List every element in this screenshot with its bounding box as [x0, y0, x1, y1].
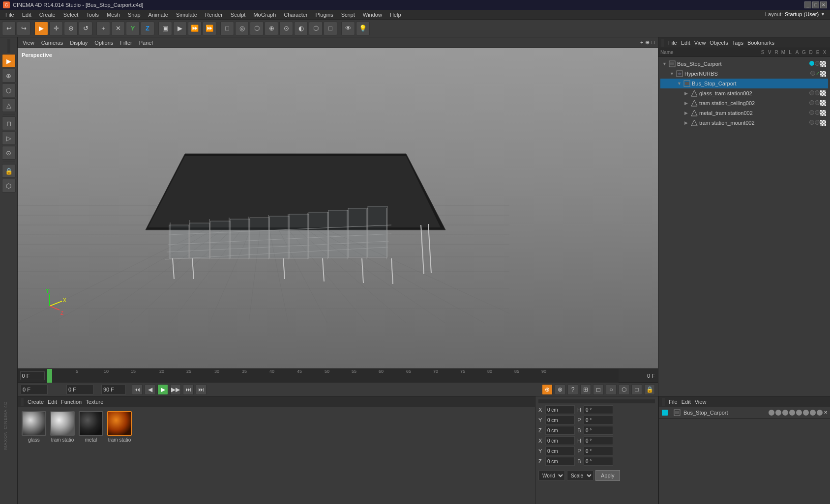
- attr-panel-handle[interactable]: [662, 398, 665, 406]
- obj-menu-view[interactable]: View: [694, 40, 706, 46]
- material-glass[interactable]: glass: [22, 411, 46, 443]
- timeline-btn3[interactable]: ○: [606, 384, 617, 395]
- menu-file[interactable]: File: [2, 11, 18, 19]
- vp-menu-panel[interactable]: Panel: [137, 39, 155, 47]
- tree-expand-root[interactable]: ▼: [662, 61, 667, 66]
- timeline-frame-input[interactable]: [20, 371, 45, 380]
- scale-select[interactable]: Scale: [567, 471, 593, 480]
- attr-menu-edit[interactable]: Edit: [682, 399, 691, 405]
- tool-edge[interactable]: ⬡: [2, 84, 16, 97]
- timeline-btn2[interactable]: ◻: [593, 384, 604, 395]
- menu-character[interactable]: Character: [280, 11, 311, 19]
- coord-sy-input[interactable]: [545, 447, 575, 455]
- vp-menu-options[interactable]: Options: [92, 39, 115, 47]
- help-button[interactable]: ?: [567, 384, 578, 395]
- coord-sb-input[interactable]: [584, 457, 613, 466]
- world-select[interactable]: World: [538, 471, 565, 480]
- render-region-button[interactable]: ⏩: [203, 22, 216, 35]
- viewport[interactable]: View Cameras Display Options Filter Pane…: [18, 37, 658, 368]
- coord-sp-input[interactable]: [584, 447, 613, 455]
- coord-p-input[interactable]: [584, 416, 613, 424]
- mat-menu-function[interactable]: Function: [61, 399, 82, 405]
- timeline-ruler[interactable]: 0 5 10 15 20 25 30 35 40 45 50 55 60 65 …: [47, 369, 619, 383]
- vp-menu-view[interactable]: View: [21, 39, 36, 47]
- menu-sculpt[interactable]: Sculpt: [227, 11, 249, 19]
- menu-help[interactable]: Help: [386, 11, 405, 19]
- material-metal[interactable]: metal: [79, 411, 103, 443]
- lamp-button[interactable]: 💡: [356, 22, 370, 35]
- menu-plugins[interactable]: Plugins: [312, 11, 337, 19]
- tree-expand-glass[interactable]: ▶: [684, 91, 689, 96]
- coord-sz-input[interactable]: [545, 457, 575, 466]
- binocular-button[interactable]: 👁: [341, 22, 355, 35]
- goto-end-button[interactable]: ⏭: [183, 384, 194, 395]
- materials-panel-handle[interactable]: [21, 398, 24, 406]
- render-button[interactable]: ▶: [173, 22, 187, 35]
- playback-frame-input[interactable]: [21, 385, 48, 394]
- effector-button[interactable]: □: [324, 22, 337, 35]
- panel-drag-handle[interactable]: [7, 39, 10, 53]
- right-panel-handle[interactable]: [661, 39, 664, 47]
- timeline-btn6[interactable]: 🔒: [644, 384, 655, 395]
- tool-scale[interactable]: ⊙: [2, 146, 16, 160]
- mat-menu-create[interactable]: Create: [28, 399, 44, 405]
- coord-h-input[interactable]: [584, 405, 613, 414]
- mat-menu-texture[interactable]: Texture: [86, 399, 103, 405]
- rotate-tool-button[interactable]: ↺: [79, 22, 92, 35]
- next-frame-button[interactable]: ▶▶: [170, 384, 181, 395]
- timeline[interactable]: 0 5 10 15 20 25 30 35 40 45 50 55 60 65 …: [18, 368, 658, 382]
- tree-item-mount[interactable]: ▶ tram station_mount002: [660, 118, 828, 128]
- tool-lock[interactable]: 🔒: [2, 164, 16, 178]
- close-button[interactable]: ✕: [820, 1, 827, 8]
- select-tool-button[interactable]: ▶: [34, 22, 48, 35]
- tree-expand-mount[interactable]: ▶: [684, 120, 689, 125]
- vp-menu-filter[interactable]: Filter: [118, 39, 134, 47]
- vp-icon-zoom[interactable]: +: [640, 39, 643, 46]
- array-button[interactable]: ◐: [294, 22, 308, 35]
- camera-button[interactable]: ⊙: [279, 22, 293, 35]
- cube-button[interactable]: □: [220, 22, 234, 35]
- vp-icon-fit[interactable]: ⊕: [645, 39, 650, 46]
- tree-item-hypernurbs[interactable]: ▼ HyperNURBS ✓: [660, 69, 828, 79]
- menu-mograph[interactable]: MoGraph: [250, 11, 279, 19]
- menu-tools[interactable]: Tools: [83, 11, 102, 19]
- coord-b-input[interactable]: [584, 426, 613, 435]
- tool-point[interactable]: ⊕: [2, 69, 16, 83]
- delete-button[interactable]: ✕: [111, 22, 125, 35]
- window-controls[interactable]: _ □ ✕: [804, 1, 827, 8]
- tool-rotate[interactable]: ▷: [2, 131, 16, 145]
- scale-tool-button[interactable]: ⊕: [64, 22, 78, 35]
- redo-button[interactable]: ↪: [17, 22, 30, 35]
- tool-select[interactable]: ▶: [2, 54, 16, 68]
- light-button[interactable]: ⊕: [265, 22, 278, 35]
- material-tram2[interactable]: tram statio: [107, 411, 132, 443]
- menu-animate[interactable]: Animate: [145, 11, 172, 19]
- menu-create[interactable]: Create: [36, 11, 59, 19]
- coord-y-input[interactable]: [545, 416, 575, 424]
- prev-frame-button[interactable]: ◀: [145, 384, 155, 395]
- vp-menu-display[interactable]: Display: [68, 39, 89, 47]
- apply-button[interactable]: Apply: [595, 470, 620, 481]
- coord-z-input[interactable]: [545, 426, 575, 435]
- menu-edit[interactable]: Edit: [19, 11, 35, 19]
- viewport-canvas[interactable]: X Y Z Perspective: [18, 48, 658, 368]
- menu-window[interactable]: Window: [359, 11, 385, 19]
- tree-item-metal[interactable]: ▶ metal_tram station002: [660, 108, 828, 118]
- maximize-button[interactable]: □: [812, 1, 819, 8]
- menu-script[interactable]: Script: [338, 11, 358, 19]
- obj-menu-objects[interactable]: Objects: [710, 40, 728, 46]
- tool-move[interactable]: ⊓: [2, 116, 16, 130]
- record-button[interactable]: ⏭: [196, 384, 207, 395]
- menu-render[interactable]: Render: [202, 11, 226, 19]
- obj-menu-edit[interactable]: Edit: [681, 40, 690, 46]
- tree-item-root[interactable]: ▼ Bus_Stop_Carport: [660, 59, 828, 69]
- vp-icon-maximize[interactable]: □: [652, 39, 655, 46]
- y-axis-button[interactable]: Y: [126, 22, 140, 35]
- timeline-btn5[interactable]: □: [631, 384, 642, 395]
- tool-magnet[interactable]: ⬡: [2, 179, 16, 193]
- attr-close-icon[interactable]: ✕: [824, 410, 828, 416]
- polygon-button[interactable]: ⬡: [250, 22, 264, 35]
- attr-menu-file[interactable]: File: [669, 399, 678, 405]
- obj-menu-bookmarks[interactable]: Bookmarks: [747, 40, 774, 46]
- sphere-button[interactable]: ◎: [235, 22, 249, 35]
